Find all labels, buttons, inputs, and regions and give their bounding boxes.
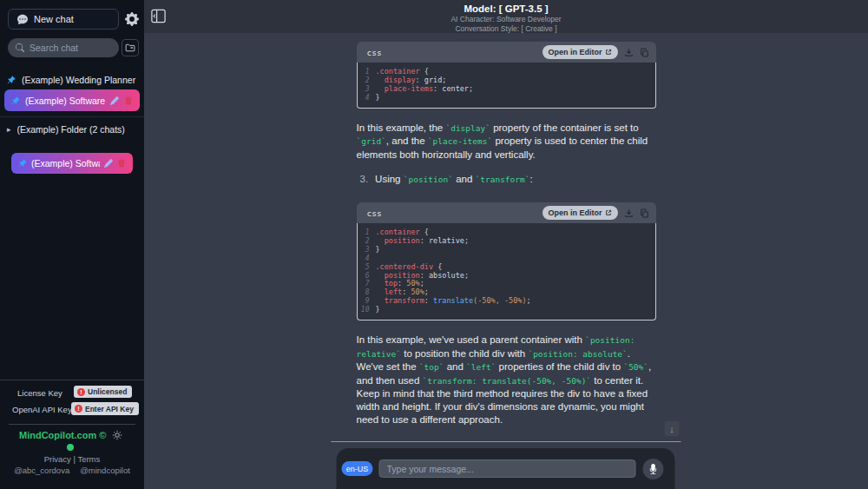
main-header: Model: [ GPT-3.5 ] AI Character: Softwar… xyxy=(144,0,868,33)
microphone-icon xyxy=(648,464,659,474)
pin-icon xyxy=(11,96,20,105)
assistant-message: css Open in Editor 1.container {2 displa… xyxy=(357,42,656,426)
folder-button[interactable] xyxy=(122,39,139,56)
copy-code-button[interactable] xyxy=(640,208,649,218)
download-icon xyxy=(624,208,634,218)
composer-divider xyxy=(332,441,681,442)
pin-icon xyxy=(7,76,16,84)
external-link-icon xyxy=(605,49,612,56)
list-marker: 3. xyxy=(360,173,369,187)
edit-pencil-icon[interactable] xyxy=(104,159,113,168)
chat-item-label: (Example) Wedding Planner xyxy=(22,75,139,85)
sidebar-item-software-developer[interactable]: (Example) Software Developer xyxy=(4,89,140,111)
social-handle-1[interactable]: @abc_cordova xyxy=(14,466,69,475)
enter-api-key-button[interactable]: ! Enter API Key xyxy=(71,402,139,415)
copy-icon xyxy=(640,48,649,57)
app-window: New chat (Example) Wedding Planner (Exam… xyxy=(0,0,868,489)
chat-item-label: (Example) Software De... xyxy=(31,158,100,169)
delete-trash-icon[interactable] xyxy=(124,96,133,105)
composer-region: ↓ en-US xyxy=(332,402,681,489)
search-chat-field xyxy=(8,38,119,57)
conversation-style-subtitle: Conversation Style: [ Creative ] xyxy=(144,24,868,34)
open-in-editor-button[interactable]: Open in Editor xyxy=(542,45,618,59)
alert-icon: ! xyxy=(75,405,82,413)
list-text: Using position and transform: xyxy=(375,173,533,187)
footer-divider xyxy=(0,380,144,380)
code-language-label: css xyxy=(367,48,382,57)
edit-pencil-icon[interactable] xyxy=(110,96,119,105)
ordered-list-item: 3. Using position and transform: xyxy=(357,173,656,187)
chat-item-label: (Example) Software Developer xyxy=(25,96,105,106)
legal-links: Privacy | Terms xyxy=(0,454,144,464)
main-area: Model: [ GPT-3.5 ] AI Character: Softwar… xyxy=(144,0,868,489)
microphone-button[interactable] xyxy=(643,459,664,479)
search-icon xyxy=(16,43,24,52)
scroll-to-bottom-button[interactable]: ↓ xyxy=(665,421,680,436)
license-key-label: License Key xyxy=(17,388,62,398)
code-line: 2 position: relative; xyxy=(358,237,655,246)
status-dot xyxy=(67,444,74,451)
message-paragraph: In this example, the display property of… xyxy=(357,122,656,162)
separator: | xyxy=(73,454,75,464)
sun-icon xyxy=(112,430,122,440)
terms-link[interactable]: Terms xyxy=(77,454,100,464)
sidebar: New chat (Example) Wedding Planner (Exam… xyxy=(0,0,144,489)
download-icon xyxy=(624,48,634,57)
sidebar-divider xyxy=(0,116,144,117)
pin-icon xyxy=(18,159,27,168)
chat-scroll-area[interactable]: css Open in Editor 1.container {2 displa… xyxy=(144,33,868,448)
folder-item-label: (Example) Folder (2 chats) xyxy=(17,124,139,135)
code-line: 10} xyxy=(358,306,655,314)
external-link-icon xyxy=(605,209,612,216)
message-input[interactable] xyxy=(379,459,636,478)
code-block-header: css Open in Editor xyxy=(357,42,656,63)
composer: en-US xyxy=(337,448,675,489)
code-content: 1.container {2 position: relative;3}45.c… xyxy=(357,223,656,320)
unlicensed-button[interactable]: ! Unlicensed xyxy=(74,386,132,398)
ai-character-subtitle: AI Character: Software Developer xyxy=(144,15,868,24)
social-handle-2[interactable]: @mindcopilot xyxy=(80,466,130,475)
openai-api-key-label: OpenAI API Key xyxy=(12,405,72,414)
code-line: 4} xyxy=(358,94,655,102)
sidebar-item-wedding-planner[interactable]: (Example) Wedding Planner xyxy=(7,73,139,87)
caret-right-icon: ▸ xyxy=(7,126,11,134)
folder-icon xyxy=(125,43,135,53)
search-chat-input[interactable] xyxy=(30,43,111,53)
privacy-link[interactable]: Privacy xyxy=(44,454,71,464)
sidebar-item-folder[interactable]: ▸ (Example) Folder (2 chats) xyxy=(7,122,139,136)
social-handles: @abc_cordova @mindcopilot xyxy=(0,466,144,475)
code-line: 9 transform: translate(-50%, -50%); xyxy=(358,297,655,306)
footer-divider xyxy=(9,424,135,425)
code-block-header: css Open in Editor xyxy=(357,202,656,223)
sidebar-item-software-developer-pinned[interactable]: (Example) Software De... xyxy=(11,153,133,174)
delete-trash-icon[interactable] xyxy=(117,159,126,168)
copy-icon xyxy=(640,208,649,218)
new-chat-button[interactable]: New chat xyxy=(8,9,119,30)
code-line: 3 place-items: center; xyxy=(358,85,655,94)
alert-icon: ! xyxy=(77,388,85,396)
code-content: 1.container {2 display: grid;3 place-ite… xyxy=(357,63,656,109)
download-code-button[interactable] xyxy=(624,208,634,218)
chat-bubble-icon xyxy=(17,14,28,24)
brand-link[interactable]: MindCopilot.com © xyxy=(19,430,106,440)
theme-toggle-button[interactable] xyxy=(110,428,124,442)
arrow-down-icon: ↓ xyxy=(669,424,674,434)
code-block: css Open in Editor 1.container {2 displa… xyxy=(357,42,656,109)
gear-icon xyxy=(125,12,139,26)
copy-code-button[interactable] xyxy=(640,48,649,57)
code-block: css Open in Editor 1.container {2 positi… xyxy=(357,202,656,320)
new-chat-label: New chat xyxy=(34,14,74,24)
code-language-label: css xyxy=(367,208,382,218)
open-in-editor-button[interactable]: Open in Editor xyxy=(542,206,618,220)
model-title: Model: [ GPT-3.5 ] xyxy=(144,3,868,15)
settings-button[interactable] xyxy=(123,10,141,28)
language-badge[interactable]: en-US xyxy=(342,461,373,476)
download-code-button[interactable] xyxy=(624,48,634,57)
conversation-header: Model: [ GPT-3.5 ] AI Character: Softwar… xyxy=(144,3,868,33)
code-line: 3} xyxy=(358,246,655,254)
